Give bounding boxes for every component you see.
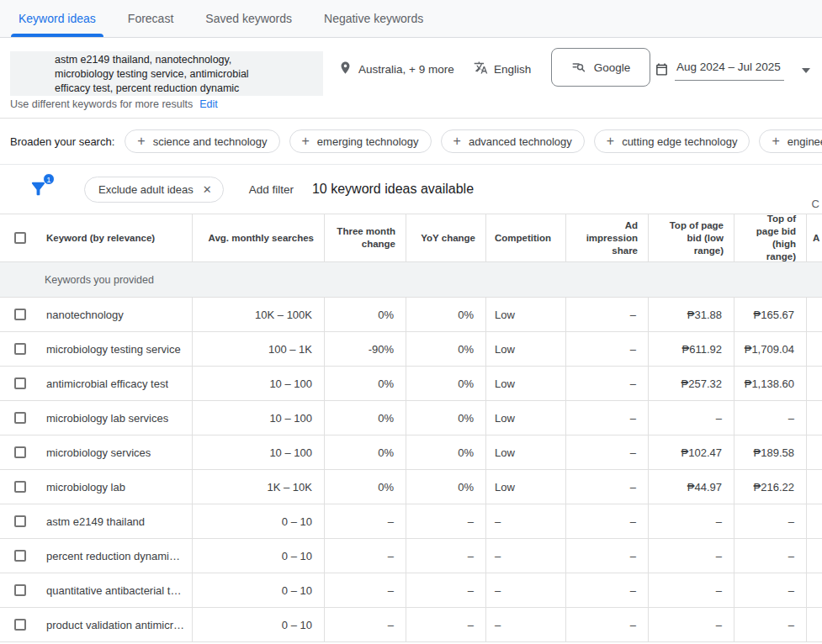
top-bid-low-cell: – (648, 401, 734, 435)
date-range-selector[interactable]: Aug 2024 – Jul 2025 (655, 61, 810, 81)
header-top-bid-high[interactable]: Top of page bid (high range) (734, 214, 806, 261)
language-selector[interactable]: English (474, 61, 531, 77)
filter-funnel-icon[interactable]: 1 (29, 179, 49, 199)
tab-negative-keywords[interactable]: Negative keywords (324, 0, 423, 37)
keyword-text[interactable]: microbiology lab services (46, 412, 168, 425)
broaden-chip[interactable]: +advanced technology (441, 129, 585, 153)
cell-value: 10 – 100 (269, 377, 312, 390)
avg-monthly-searches-cell: 10 – 100 (192, 367, 324, 400)
cell-value: – (630, 412, 636, 425)
competition-cell: – (485, 573, 565, 607)
row-checkbox[interactable] (14, 481, 26, 493)
edit-keywords-link[interactable]: Edit (199, 98, 218, 110)
location-selector[interactable]: Australia, + 9 more (338, 61, 454, 77)
keywords-input[interactable]: astm e2149 thailand, nanotechnology, mic… (10, 51, 323, 96)
tab-saved-keywords[interactable]: Saved keywords (205, 0, 292, 37)
keyword-text[interactable]: percent reduction dynamic co... (46, 550, 185, 562)
row-checkbox[interactable] (14, 619, 26, 631)
header-avg-monthly-searches[interactable]: Avg. monthly searches (192, 214, 324, 261)
cell-value: – (468, 584, 474, 597)
exclude-chip-label: Exclude adult ideas (98, 183, 194, 196)
overflow-cell (806, 504, 822, 538)
row-checkbox[interactable] (14, 515, 26, 527)
keywords-line-3: efficacy test, percent reduction dynamic (55, 82, 316, 96)
cell-value: ₱102.47 (681, 446, 722, 459)
location-pin-icon (338, 61, 353, 77)
cell-value: – (716, 584, 722, 597)
keyword-text[interactable]: astm e2149 thailand (46, 515, 145, 528)
cell-value: – (716, 412, 722, 425)
cell-value: ₱44.97 (687, 481, 722, 494)
broaden-chip-label: emerging technology (317, 135, 419, 148)
columns-button-cut[interactable]: C (812, 198, 819, 210)
network-selector[interactable]: Google (551, 48, 650, 87)
language-label: English (494, 63, 531, 76)
header-yoy-change[interactable]: YoY change (406, 214, 485, 261)
keyword-text[interactable]: microbiology services (46, 446, 151, 459)
yoy-change-cell: – (406, 573, 485, 607)
cell-value: – (495, 584, 501, 597)
cell-value: Low (495, 377, 515, 390)
header-top-bid-low[interactable]: Top of page bid (low range) (648, 214, 734, 261)
yoy-change-cell: 0% (406, 470, 485, 504)
row-checkbox[interactable] (14, 584, 26, 596)
cell-value: 0% (378, 377, 394, 390)
avg-monthly-searches-cell: 100 – 1K (192, 332, 324, 366)
broaden-chip-label: cutting edge technology (622, 135, 737, 148)
cell-value: – (630, 584, 636, 597)
keywords-line-1: astm e2149 thailand, nanotechnology, (55, 53, 316, 67)
row-checkbox[interactable] (14, 309, 26, 320)
yoy-change-cell: – (406, 504, 485, 538)
ad-impression-share-cell: – (565, 401, 648, 435)
header-cut-column: A (806, 214, 822, 261)
broaden-chip[interactable]: +science and technology (125, 129, 279, 153)
top-bid-high-cell: ₱189.58 (734, 435, 806, 469)
table-row: microbiology lab services10 – 1000%0%Low… (0, 401, 822, 435)
row-checkbox[interactable] (14, 343, 26, 355)
table-header-row: Keyword (by relevance) Avg. monthly sear… (0, 214, 822, 262)
keyword-cell: quantitative antibacterial testi... (0, 573, 192, 607)
row-checkbox[interactable] (14, 446, 26, 458)
broaden-chip[interactable]: +cutting edge technology (594, 129, 750, 153)
keyword-text[interactable]: microbiology testing service (46, 343, 181, 356)
header-competition[interactable]: Competition (485, 214, 565, 261)
tab-keyword-ideas[interactable]: Keyword ideas (19, 0, 96, 37)
add-filter-button[interactable]: Add filter (249, 183, 294, 196)
competition-cell: Low (485, 470, 565, 504)
ad-impression-share-cell: – (565, 332, 648, 366)
top-bid-high-cell: ₱1,138.60 (734, 367, 806, 400)
broaden-search-bar: Broaden your search: +science and techno… (0, 119, 822, 165)
cell-value: 0% (378, 446, 394, 459)
cell-value: – (788, 619, 794, 631)
avg-monthly-searches-cell: 0 – 10 (192, 539, 324, 573)
cell-value: ₱257.32 (681, 377, 722, 390)
keyword-text[interactable]: quantitative antibacterial testi... (46, 584, 185, 597)
competition-cell: Low (485, 401, 565, 435)
cell-value: – (630, 515, 636, 528)
close-icon[interactable]: ✕ (203, 183, 212, 196)
select-all-checkbox[interactable] (14, 232, 26, 244)
three-month-change-cell: – (324, 608, 406, 641)
keyword-text[interactable]: microbiology lab (46, 481, 125, 494)
cell-value: ₱1,138.60 (745, 377, 794, 390)
cell-value: 0 – 10 (282, 619, 312, 631)
results-count: 10 keyword ideas available (312, 182, 474, 197)
filter-bar: 1 Exclude adult ideas ✕ Add filter 10 ke… (0, 165, 822, 214)
broaden-chip[interactable]: +emerging technology (289, 129, 432, 153)
broaden-chip[interactable]: +engineering (759, 129, 822, 153)
table-body: nanotechnology10K – 100K0%0%Low–₱31.88₱1… (0, 298, 822, 642)
exclude-adult-ideas-chip[interactable]: Exclude adult ideas ✕ (84, 177, 224, 203)
overflow-cell (806, 470, 822, 504)
keyword-planner-page: Keyword ideas Forecast Saved keywords Ne… (0, 0, 822, 644)
row-checkbox[interactable] (14, 412, 26, 424)
cell-value: 0% (458, 412, 474, 425)
row-checkbox[interactable] (14, 550, 26, 562)
row-checkbox[interactable] (14, 377, 26, 389)
keyword-text[interactable]: product validation antimicrobi... (46, 619, 185, 631)
header-ad-impression-share[interactable]: Ad impression share (565, 214, 648, 261)
keyword-text[interactable]: nanotechnology (46, 309, 124, 321)
keyword-text[interactable]: antimicrobial efficacy test (46, 377, 168, 390)
tab-forecast[interactable]: Forecast (128, 0, 173, 37)
header-three-month-change[interactable]: Three month change (324, 214, 406, 261)
ad-impression-share-cell: – (565, 573, 648, 607)
